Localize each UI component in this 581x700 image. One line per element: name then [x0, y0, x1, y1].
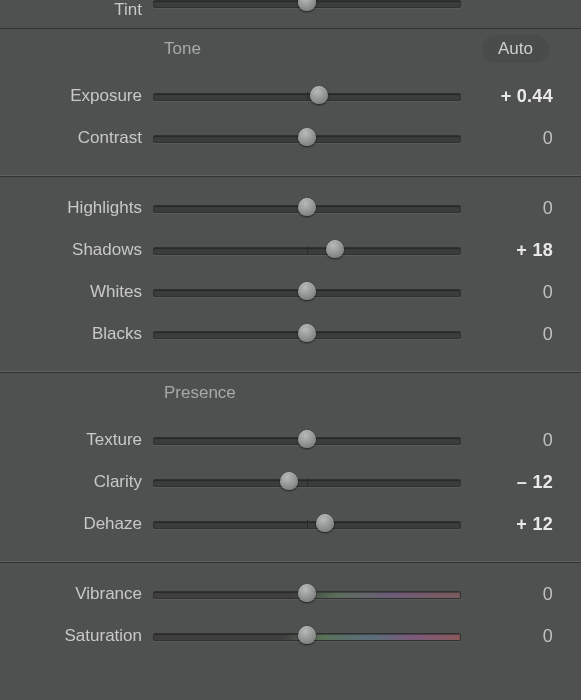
contrast-label: Contrast [0, 128, 153, 148]
whites-row: Whites 0 [0, 271, 581, 313]
clarity-slider[interactable] [153, 471, 461, 493]
tint-label: Tint [0, 0, 153, 20]
saturation-slider[interactable] [153, 625, 461, 647]
tone-title: Tone [164, 39, 201, 59]
highlights-thumb[interactable] [298, 198, 316, 216]
exposure-thumb[interactable] [310, 86, 328, 104]
clarity-value[interactable]: – 12 [461, 472, 553, 493]
saturation-value[interactable]: 0 [461, 626, 553, 647]
highlights-row: Highlights 0 [0, 187, 581, 229]
saturation-thumb[interactable] [298, 626, 316, 644]
tone-detail-section: Highlights 0 Shadows + 18 Whites 0 Bla [0, 176, 581, 372]
dehaze-label: Dehaze [0, 514, 153, 534]
highlights-value[interactable]: 0 [461, 198, 553, 219]
texture-row: Texture 0 [0, 419, 581, 461]
exposure-row: Exposure + 0.44 [0, 75, 581, 117]
shadows-value[interactable]: + 18 [461, 240, 553, 261]
whites-thumb[interactable] [298, 282, 316, 300]
whites-value[interactable]: 0 [461, 282, 553, 303]
blacks-slider[interactable] [153, 323, 461, 345]
shadows-slider[interactable] [153, 239, 461, 261]
dehaze-value[interactable]: + 12 [461, 514, 553, 535]
clarity-thumb[interactable] [280, 472, 298, 490]
exposure-value[interactable]: + 0.44 [461, 86, 553, 107]
shadows-label: Shadows [0, 240, 153, 260]
develop-panel: { "top_row": { "label": "Tint", "value":… [0, 0, 581, 700]
auto-button[interactable]: Auto [482, 35, 549, 63]
exposure-slider[interactable] [153, 85, 461, 107]
tint-slider[interactable] [153, 0, 461, 22]
tone-section: Tone Auto Exposure + 0.44 Contrast 0 [0, 28, 581, 176]
blacks-label: Blacks [0, 324, 153, 344]
shadows-row: Shadows + 18 [0, 229, 581, 271]
contrast-slider[interactable] [153, 127, 461, 149]
clarity-label: Clarity [0, 472, 153, 492]
blacks-thumb[interactable] [298, 324, 316, 342]
color-section: Vibrance 0 Saturation 0 [0, 562, 581, 673]
presence-title: Presence [164, 383, 236, 403]
tint-thumb[interactable] [298, 0, 316, 11]
vibrance-label: Vibrance [0, 584, 153, 604]
saturation-row: Saturation 0 [0, 615, 581, 657]
tint-row: Tint 0 [0, 0, 581, 20]
dehaze-thumb[interactable] [316, 514, 334, 532]
shadows-thumb[interactable] [326, 240, 344, 258]
vibrance-value[interactable]: 0 [461, 584, 553, 605]
contrast-value[interactable]: 0 [461, 128, 553, 149]
tone-header: Tone Auto [0, 39, 581, 69]
dehaze-slider[interactable] [153, 513, 461, 535]
texture-slider[interactable] [153, 429, 461, 451]
whites-slider[interactable] [153, 281, 461, 303]
clarity-row: Clarity – 12 [0, 461, 581, 503]
highlights-label: Highlights [0, 198, 153, 218]
presence-section: Presence Texture 0 Clarity – 12 Dehaze [0, 372, 581, 562]
blacks-row: Blacks 0 [0, 313, 581, 355]
vibrance-thumb[interactable] [298, 584, 316, 602]
vibrance-row: Vibrance 0 [0, 573, 581, 615]
highlights-slider[interactable] [153, 197, 461, 219]
contrast-thumb[interactable] [298, 128, 316, 146]
exposure-label: Exposure [0, 86, 153, 106]
whites-label: Whites [0, 282, 153, 302]
vibrance-slider[interactable] [153, 583, 461, 605]
saturation-label: Saturation [0, 626, 153, 646]
dehaze-row: Dehaze + 12 [0, 503, 581, 545]
contrast-row: Contrast 0 [0, 117, 581, 159]
texture-label: Texture [0, 430, 153, 450]
blacks-value[interactable]: 0 [461, 324, 553, 345]
presence-header: Presence [0, 383, 581, 413]
texture-value[interactable]: 0 [461, 430, 553, 451]
texture-thumb[interactable] [298, 430, 316, 448]
